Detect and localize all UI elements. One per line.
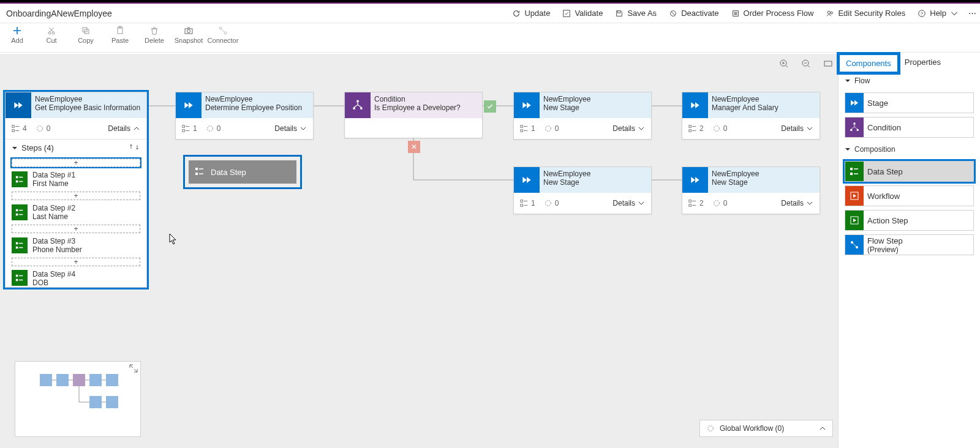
add-step-slot[interactable] [12, 192, 140, 200]
condition-card[interactable]: ConditionIs Employee a Developer? [344, 92, 483, 138]
step-row[interactable]: Data Step #3Phone Number [6, 236, 146, 255]
stage-card-selected[interactable]: NewEmployee Get Employee Basic Informati… [5, 92, 147, 288]
flow-step-label: Flow Step [867, 236, 903, 245]
svg-rect-51 [689, 200, 692, 203]
details-toggle[interactable]: Details [781, 199, 813, 207]
step-row[interactable]: Data Step #1First Name [6, 170, 146, 189]
stage-name: Get Employee Basic Information [35, 103, 143, 112]
stage-entity: NewEmployee [712, 170, 816, 178]
snapshot-button[interactable]: Snapshot [172, 26, 206, 44]
chevron-down-icon [638, 125, 645, 132]
connector-icon [218, 26, 228, 35]
cut-button[interactable]: Cut [34, 26, 69, 44]
stage-card[interactable]: NewEmployeeNew Stage 10Details [513, 92, 652, 140]
data-step-icon [12, 171, 28, 187]
deactivate-button[interactable]: Deactivate [663, 4, 725, 23]
workflow-icon [706, 424, 715, 433]
svg-rect-36 [183, 125, 185, 128]
svg-point-3 [827, 11, 830, 13]
cmd-label: Deactivate [681, 9, 718, 18]
details-toggle[interactable]: Details [108, 124, 140, 133]
step-row[interactable]: Data Step #2Last Name [6, 203, 146, 222]
validate-button[interactable]: Validate [556, 4, 609, 23]
plus-icon [12, 26, 22, 35]
svg-rect-40 [353, 107, 355, 109]
trigger-icon [36, 124, 44, 133]
stage-card[interactable]: NewEmployeeManager And Salary 20Details [682, 92, 820, 140]
component-action-step[interactable]: Action Step [845, 210, 974, 231]
details-toggle[interactable]: Details [612, 199, 645, 207]
svg-rect-45 [689, 125, 692, 128]
add-button[interactable]: Add [0, 26, 34, 44]
step-row[interactable]: Data Step #4DOB [6, 269, 146, 287]
steps-header[interactable]: Steps (4) [6, 140, 146, 156]
group-flow[interactable]: Flow [839, 73, 980, 89]
stage-card[interactable]: NewEmployeeNew Stage 10Details [513, 166, 652, 214]
caret-icon [845, 78, 851, 84]
stage-icon [682, 92, 708, 118]
tab-components[interactable]: Components [839, 54, 899, 73]
details-toggle[interactable]: Details [612, 124, 645, 133]
svg-point-4 [831, 12, 833, 14]
global-workflow-bar[interactable]: Global Workflow (0) [699, 420, 833, 437]
stage-name: Determine Employee Position [205, 103, 309, 112]
component-flow-step[interactable]: Flow Step(Preview) [845, 234, 974, 255]
stage-entity: NewEmployee [35, 95, 143, 103]
tlabel: Add [11, 37, 23, 44]
stage-card[interactable]: NewEmployeeNew Stage 20Details [682, 166, 820, 214]
tlabel: Delete [145, 37, 164, 44]
stage-meta: 4 0 Details [6, 118, 146, 139]
deactivate-icon [669, 9, 677, 18]
update-button[interactable]: Update [506, 4, 556, 23]
add-step-slot[interactable] [12, 258, 140, 266]
svg-rect-55 [195, 173, 198, 175]
security-button[interactable]: Edit Security Roles [820, 4, 911, 23]
add-step-slot[interactable] [12, 225, 140, 233]
trash-icon [149, 26, 159, 35]
reorder-controls[interactable] [128, 143, 140, 152]
canvas-area[interactable]: NewEmployee Get Employee Basic Informati… [0, 54, 838, 448]
step-title: Data Step #2 [32, 204, 75, 212]
minimap[interactable] [15, 361, 141, 437]
add-step-slot[interactable] [12, 159, 140, 167]
stage-icon [176, 92, 202, 118]
svg-rect-0 [564, 10, 570, 17]
component-workflow[interactable]: Workflow [845, 185, 974, 206]
group-composition[interactable]: Composition [839, 141, 980, 157]
stage-entity: NewEmployee [543, 170, 647, 178]
details-toggle[interactable]: Details [781, 124, 813, 133]
paste-button[interactable]: Paste [103, 26, 137, 44]
component-condition[interactable]: Condition [845, 117, 974, 138]
page-title[interactable]: OnboardingANewEmployee [0, 9, 116, 18]
details-toggle[interactable]: Details [274, 124, 307, 133]
data-step-icon [195, 166, 205, 178]
expand-icon[interactable] [129, 364, 138, 373]
zoom-in-button[interactable] [779, 59, 789, 69]
tab-properties[interactable]: Properties [899, 54, 947, 73]
help-button[interactable]: ?Help [911, 4, 965, 23]
minimap-node [106, 374, 118, 386]
svg-rect-30 [16, 209, 18, 212]
zoom-out-button[interactable] [801, 59, 811, 69]
step-count: 4 [12, 124, 27, 133]
connector-button[interactable]: Connector [206, 26, 240, 44]
saveas-button[interactable]: Save As [609, 4, 663, 23]
component-data-step[interactable]: Data Step [845, 161, 974, 182]
fit-to-screen-button[interactable] [823, 59, 833, 69]
component-stage[interactable]: Stage [845, 92, 974, 113]
svg-rect-42 [521, 125, 523, 128]
svg-rect-54 [195, 168, 198, 170]
toolbar: Add Cut Copy Paste Delete Snapshot Conne… [0, 23, 980, 53]
svg-point-47 [714, 126, 719, 132]
more-button[interactable]: ⋯ [965, 4, 980, 23]
side-panel: Components Properties Flow Stage Conditi… [838, 54, 980, 448]
stage-name: New Stage [543, 103, 647, 112]
tlabel: Snapshot [175, 37, 203, 44]
chevron-up-icon [819, 425, 826, 432]
chevron-down-icon [950, 9, 959, 18]
delete-button[interactable]: Delete [137, 26, 172, 44]
copy-button[interactable]: Copy [69, 26, 103, 44]
order-button[interactable]: Order Process Flow [725, 4, 820, 23]
help-icon: ? [918, 9, 926, 18]
stage-card[interactable]: NewEmployeeDetermine Employee Position 1… [175, 92, 314, 140]
